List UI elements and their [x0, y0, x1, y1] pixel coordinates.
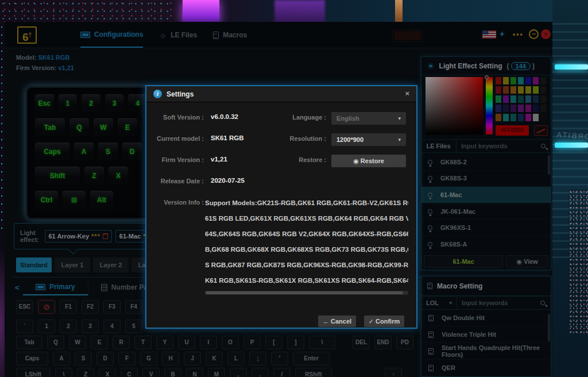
- bg-magenta-billboard: [183, 0, 219, 23]
- version-info-line: 61S RGB LED,GK61X RGB,GK61XS RGB,GK64 RG…: [205, 211, 408, 226]
- restore-button[interactable]: ◉ Restore: [331, 155, 406, 167]
- bg-orange-sign: [395, 0, 403, 23]
- version-info-line: K61 RGB,SK61S-RGB,SK61X RGB,SK61XS RGB,S…: [205, 273, 408, 288]
- release-date-value: 2020-07-25: [211, 177, 245, 184]
- current-model-label: Current model :: [149, 135, 204, 142]
- scrollbar-thumb[interactable]: [206, 291, 403, 294]
- settings-modal: i Settings × Soft Version : v6.0.0.32 La…: [145, 85, 417, 329]
- language-select[interactable]: English ▾: [331, 112, 406, 125]
- bg-building-windows: [568, 190, 588, 333]
- bg-cyan-neon-band: [555, 64, 588, 70]
- resolution-select[interactable]: 1200*900 ▾: [331, 133, 406, 146]
- cancel-button[interactable]: ← Cancel: [318, 316, 356, 327]
- modal-header: i Settings: [146, 86, 416, 102]
- restore-label: Restore :: [289, 156, 326, 163]
- version-info-line: S RGB,GK87 RGB,GK87S RGB,GK96XS-RGB,GK98…: [205, 257, 408, 273]
- release-date-label: Release Date :: [149, 178, 204, 184]
- bg-left-lights: [0, 23, 5, 230]
- version-info-line: 64S,GK64S RGB,GK64S RGB V2,GK64X RGB,GK6…: [205, 226, 408, 242]
- soft-version-value: v6.0.0.32: [211, 113, 238, 120]
- firm-version-label: Firm Version :: [149, 156, 204, 163]
- version-info-line: B,GK68 RGB,GK68X RGB,GK68XS RGB,GK73 RGB…: [205, 242, 408, 257]
- chevron-down-icon: ▾: [398, 116, 401, 121]
- soft-version-label: Soft Version :: [149, 114, 204, 121]
- language-label: Language :: [289, 114, 326, 121]
- bg-building-lights: [0, 0, 172, 23]
- modal-close-button[interactable]: ×: [405, 89, 409, 98]
- version-info-text: Support Models:GK21S-RGB,GK61 RGB,GK61-R…: [205, 195, 408, 288]
- current-model-value: SK61 RGB: [211, 134, 244, 141]
- resolution-label: Resolution :: [289, 135, 326, 142]
- app-window: 6† Configurations ☼ LE Files Macros + ••…: [5, 22, 552, 377]
- bg-purple-neon: [274, 0, 325, 23]
- chevron-down-icon: ▾: [398, 137, 401, 143]
- bg-cyan-neon-band: [555, 143, 588, 148]
- modal-title: Settings: [167, 90, 194, 98]
- version-info-label: Version Info :: [149, 199, 204, 206]
- firm-version-value: v1,21: [211, 156, 227, 163]
- confirm-button[interactable]: ✓ Confirm: [364, 316, 404, 327]
- info-icon: i: [153, 90, 162, 98]
- version-info-scrollbar[interactable]: [205, 291, 408, 295]
- version-info-line: Support Models:GK21S-RGB,GK61 RGB,GK61-R…: [205, 195, 408, 211]
